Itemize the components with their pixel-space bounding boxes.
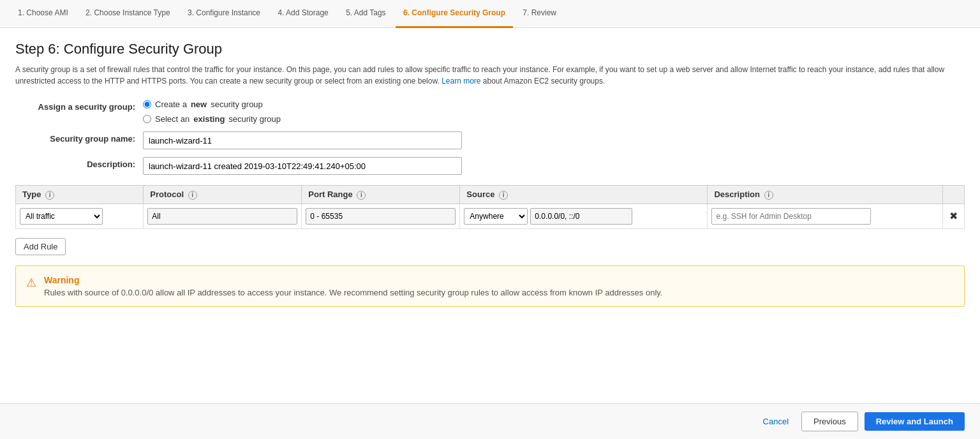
wizard-step-configure-security-group[interactable]: 6. Configure Security Group: [396, 0, 513, 28]
table-row: All traffic Anywhere: [16, 204, 965, 228]
main-content: Step 6: Configure Security Group A secur…: [0, 28, 980, 320]
warning-box: ⚠ Warning Rules with source of 0.0.0.0/0…: [15, 265, 965, 307]
source-value-input: [530, 208, 632, 225]
source-group: Anywhere: [464, 208, 703, 225]
wizard-step-add-storage[interactable]: 4. Add Storage: [270, 0, 336, 28]
col-protocol: Protocol i: [144, 186, 302, 204]
page-title: Step 6: Configure Security Group: [15, 41, 965, 57]
wizard-step-add-tags[interactable]: 5. Add Tags: [338, 0, 394, 28]
protocol-input: [147, 208, 297, 225]
col-type: Type i: [16, 186, 144, 204]
type-select[interactable]: All traffic: [20, 208, 103, 225]
type-info-icon[interactable]: i: [45, 191, 54, 200]
description-row-input[interactable]: [711, 208, 871, 225]
cell-delete: ✖: [943, 204, 965, 228]
protocol-info-icon[interactable]: i: [188, 191, 197, 200]
cell-source: Anywhere: [460, 204, 708, 228]
security-group-name-group: Security group name:: [15, 131, 965, 149]
add-rule-button[interactable]: Add Rule: [15, 238, 66, 255]
wizard-step-configure-instance[interactable]: 3. Configure Instance: [180, 0, 268, 28]
learn-more-link[interactable]: Learn more: [442, 77, 480, 86]
security-group-name-label: Security group name:: [15, 131, 143, 144]
assign-security-group-label: Assign a security group:: [15, 100, 143, 112]
wizard-step-choose-instance-type[interactable]: 2. Choose Instance Type: [78, 0, 178, 28]
cell-description: [708, 204, 943, 228]
col-source: Source i: [460, 186, 708, 204]
description-info-icon[interactable]: i: [764, 191, 773, 200]
warning-title: Warning: [44, 275, 662, 285]
wizard-step-review[interactable]: 7. Review: [515, 0, 564, 28]
table-header-row: Type i Protocol i Port Range i Source i …: [16, 186, 965, 204]
cell-protocol: [144, 204, 302, 228]
description-group: Description:: [15, 157, 965, 175]
radio-select-existing[interactable]: Select an existing security group: [143, 114, 281, 124]
rules-table: Type i Protocol i Port Range i Source i …: [15, 185, 965, 229]
radio-create-new[interactable]: Create a new security group: [143, 100, 281, 109]
radio-select-existing-input[interactable]: [143, 115, 151, 123]
source-type-select[interactable]: Anywhere: [464, 208, 528, 225]
description-label: Description:: [15, 157, 143, 169]
col-delete: [943, 186, 965, 204]
warning-text: Rules with source of 0.0.0.0/0 allow all…: [44, 288, 662, 297]
assign-security-group-group: Assign a security group: Create a new se…: [15, 100, 965, 124]
cell-type: All traffic: [16, 204, 144, 228]
source-info-icon[interactable]: i: [499, 191, 508, 200]
security-group-name-input[interactable]: [143, 131, 462, 149]
wizard-steps-bar: 1. Choose AMI 2. Choose Instance Type 3.…: [0, 0, 980, 28]
warning-content: Warning Rules with source of 0.0.0.0/0 a…: [44, 275, 662, 297]
col-description: Description i: [708, 186, 943, 204]
col-port-range: Port Range i: [302, 186, 460, 204]
wizard-step-choose-ami[interactable]: 1. Choose AMI: [10, 0, 76, 28]
radio-options: Create a new security group Select an ex…: [143, 100, 281, 124]
port-range-info-icon[interactable]: i: [357, 191, 366, 200]
radio-create-new-input[interactable]: [143, 100, 151, 108]
description-input[interactable]: [143, 157, 462, 175]
page-description: A security group is a set of firewall ru…: [15, 64, 960, 87]
cell-port-range: [302, 204, 460, 228]
warning-icon: ⚠: [26, 276, 36, 290]
port-range-input: [306, 208, 456, 225]
delete-rule-button[interactable]: ✖: [947, 210, 960, 222]
